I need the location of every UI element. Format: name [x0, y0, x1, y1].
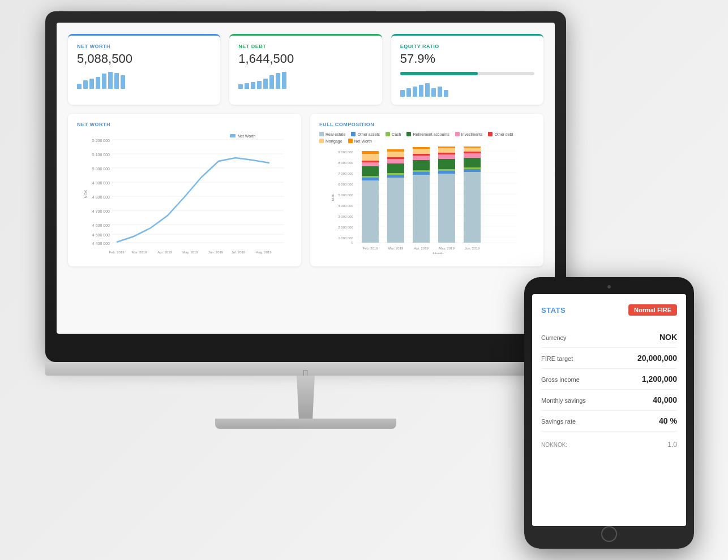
- legend-mortgage: Mortgage: [319, 139, 342, 143]
- svg-rect-57: [387, 178, 404, 243]
- gross-income-value: 1,200,000: [642, 374, 677, 384]
- svg-rect-72: [413, 147, 430, 149]
- stats-header: STATS Normal FIRE: [541, 304, 677, 316]
- stats-row-gross-income: Gross income 1,200,000: [541, 369, 677, 390]
- svg-rect-65: [413, 175, 430, 243]
- bar: [263, 79, 268, 89]
- equity-value: 57.9%: [400, 51, 534, 66]
- dashboard: NET WORTH 5,088,500: [57, 23, 555, 334]
- fire-target-label: FIRE target: [541, 355, 573, 362]
- svg-text:8 000 000: 8 000 000: [338, 161, 353, 165]
- stat-card-equity: EQUITY RATIO 57.9%: [391, 34, 543, 105]
- bar: [400, 90, 405, 97]
- imac-base: [215, 419, 396, 429]
- bar: [102, 74, 106, 89]
- svg-text:NOK: NOK: [84, 189, 88, 199]
- svg-text:3 000 000: 3 000 000: [338, 215, 353, 218]
- equity-progress-fill: [400, 72, 478, 75]
- svg-text:Net Worth: Net Worth: [238, 134, 255, 138]
- net-debt-bars: [238, 72, 372, 89]
- svg-rect-51: [362, 176, 379, 178]
- svg-rect-83: [464, 167, 481, 169]
- svg-text:4 700 000: 4 700 000: [92, 209, 110, 213]
- net-worth-svg: 5 200 000 5 100 000 5 000 000 4 900 000 …: [77, 132, 292, 256]
- svg-text:May. 2019: May. 2019: [182, 251, 198, 254]
- svg-text:Jul. 2019: Jul. 2019: [232, 251, 246, 254]
- fire-target-value: 20,000,000: [637, 354, 677, 363]
- legend-investments: Investments: [455, 132, 483, 136]
- svg-text:Jun. 2019: Jun. 2019: [208, 251, 224, 254]
- bar: [108, 72, 113, 89]
- svg-text:0: 0: [352, 241, 354, 244]
- svg-text:Mar. 2019: Mar. 2019: [132, 251, 147, 254]
- svg-rect-27: [230, 134, 235, 137]
- bar: [444, 90, 448, 97]
- savings-rate-value: 40 %: [659, 416, 677, 425]
- svg-rect-66: [413, 172, 430, 175]
- svg-rect-79: [438, 148, 455, 153]
- net-worth-chart: NET WORTH 5 200 000 5 100 000 5 000 000 …: [68, 114, 301, 266]
- svg-rect-52: [362, 166, 379, 176]
- svg-text:Apr. 2019: Apr. 2019: [157, 251, 172, 254]
- composition-chart: FULL COMPOSITION Real estate Other asset…: [310, 114, 543, 266]
- tablet-screen: STATS Normal FIRE Currency NOK FIRE targ…: [532, 294, 686, 526]
- svg-rect-58: [387, 175, 404, 178]
- monthly-savings-label: Monthly savings: [541, 397, 586, 404]
- bar: [431, 88, 436, 97]
- footer-value: 1.0: [667, 441, 677, 449]
- svg-rect-62: [387, 157, 404, 159]
- svg-text:4 500 000: 4 500 000: [92, 233, 110, 237]
- stats-title: STATS: [541, 306, 566, 315]
- svg-rect-69: [413, 156, 430, 160]
- svg-rect-70: [413, 154, 430, 156]
- net-worth-label: NET WORTH: [77, 44, 211, 49]
- svg-rect-53: [362, 162, 379, 166]
- stats-panel: STATS Normal FIRE Currency NOK FIRE targ…: [532, 294, 686, 526]
- svg-rect-60: [387, 163, 404, 173]
- svg-rect-49: [362, 180, 379, 243]
- svg-rect-56: [362, 151, 379, 154]
- svg-text:4 600 000: 4 600 000: [92, 223, 110, 227]
- monthly-savings-value: 40,000: [653, 395, 677, 404]
- stats-row-currency: Currency NOK: [541, 327, 677, 348]
- bar: [413, 87, 417, 97]
- composition-svg: 9 000 000 8 000 000 7 000 000 6 000 000 …: [319, 147, 534, 254]
- svg-text:5 000 000: 5 000 000: [92, 167, 110, 171]
- svg-text:May. 2019: May. 2019: [439, 247, 455, 250]
- legend-other-debt: Other debt: [488, 132, 513, 136]
- stats-footer: NOKNOK: 1.0: [541, 441, 677, 449]
- svg-rect-78: [438, 153, 455, 154]
- equity-progress-bg: [400, 72, 534, 75]
- svg-rect-84: [464, 158, 481, 167]
- svg-text:6 000 000: 6 000 000: [338, 183, 353, 186]
- svg-rect-86: [464, 152, 481, 153]
- svg-rect-74: [438, 171, 455, 174]
- stats-badge: Normal FIRE: [628, 304, 677, 316]
- svg-text:2 000 000: 2 000 000: [338, 226, 353, 229]
- tablet-camera: [607, 285, 611, 288]
- savings-rate-label: Savings rate: [541, 418, 576, 425]
- svg-rect-71: [413, 149, 430, 154]
- stats-row-savings-rate: Savings rate 40 %: [541, 411, 677, 432]
- svg-rect-59: [387, 173, 404, 175]
- net-debt-label: NET DEBT: [238, 44, 372, 49]
- tablet-home-button: [601, 526, 617, 542]
- stat-card-net-worth: NET WORTH 5,088,500: [68, 34, 220, 105]
- svg-text:4 000 000: 4 000 000: [338, 204, 353, 208]
- net-worth-value: 5,088,500: [77, 51, 211, 66]
- svg-rect-54: [362, 161, 379, 162]
- svg-rect-88: [464, 147, 481, 148]
- tablet-device: STATS Normal FIRE Currency NOK FIRE targ…: [524, 277, 694, 549]
- equity-label: EQUITY RATIO: [400, 44, 534, 49]
- svg-rect-75: [438, 169, 455, 171]
- bar: [245, 83, 249, 89]
- imac-screen: NET WORTH 5,088,500: [57, 23, 555, 334]
- bar: [251, 82, 255, 89]
- legend-real-estate: Real estate: [319, 132, 345, 136]
- svg-rect-80: [438, 147, 455, 148]
- svg-text:Mar. 2019: Mar. 2019: [388, 247, 404, 250]
- net-worth-chart-title: NET WORTH: [77, 122, 292, 127]
- svg-rect-76: [438, 159, 455, 169]
- svg-text:Apr. 2019: Apr. 2019: [414, 247, 429, 250]
- bar: [425, 83, 430, 97]
